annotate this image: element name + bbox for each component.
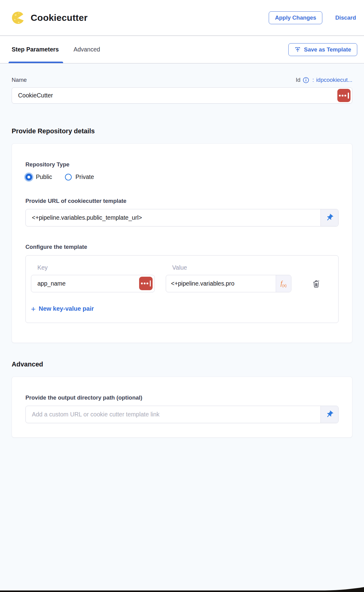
configure-template-label: Configure the template [25, 244, 339, 250]
radio-private-control[interactable] [65, 174, 72, 180]
pushpin-icon [324, 408, 335, 420]
template-url-input-group [25, 209, 339, 226]
repository-card: Repository Type Public Private Provide U… [12, 143, 352, 343]
cookiecutter-logo-icon [12, 10, 26, 25]
apply-changes-button[interactable]: Apply Changes [269, 11, 322, 24]
radio-public-label: Public [36, 173, 52, 180]
expression-fx-icon: f(x) [281, 280, 287, 288]
bottom-drawer-edge [0, 587, 364, 592]
step-title: Cookiecutter [31, 13, 88, 23]
tab-step-parameters-label: Step Parameters [12, 46, 59, 53]
id-separator: : [313, 77, 314, 83]
key-fixed-value-type-button[interactable] [139, 277, 153, 290]
name-input-shell [12, 87, 352, 104]
value-input[interactable] [166, 275, 276, 292]
dots-bar-icon [339, 95, 341, 97]
dots-bar-icon [141, 283, 143, 284]
title-wrap: Cookiecutter [12, 10, 88, 25]
pin-segment[interactable] [320, 209, 338, 226]
name-input[interactable] [12, 88, 352, 103]
advanced-card: Provide the output directory path (optio… [12, 377, 352, 438]
cookiecutter-step-panel: Cookiecutter Apply Changes Discard Step … [0, 0, 364, 592]
radio-public-control[interactable] [25, 174, 32, 180]
expression-segment[interactable]: f(x) [276, 275, 291, 292]
save-as-template-label: Save as Template [304, 46, 351, 53]
key-column-header: Key [31, 264, 155, 271]
key-value-card: Key Value [25, 255, 339, 323]
output-directory-input[interactable] [26, 406, 320, 423]
panel-header: Cookiecutter Apply Changes Discard [0, 0, 364, 36]
tab-bar: Step Parameters Advanced Save as Templat… [0, 36, 364, 63]
repository-section-heading: Provide Repository details [12, 127, 352, 135]
step-parameters-form: Name Id : idpcookiecut... [0, 63, 364, 438]
repository-type-label: Repository Type [25, 161, 339, 168]
tab-advanced-label: Advanced [74, 46, 100, 53]
add-key-value-button[interactable]: + New key-value pair [31, 305, 94, 312]
step-id: Id : idpcookiecut... [296, 77, 352, 83]
template-url-label: Provide URL of cookiecutter template [25, 198, 339, 204]
fixed-value-type-button[interactable] [337, 89, 351, 102]
save-as-template-button[interactable]: Save as Template [288, 43, 357, 56]
value-input-group: f(x) [166, 275, 291, 292]
name-row: Name Id : idpcookiecut... [12, 63, 352, 83]
template-url-input[interactable] [26, 209, 320, 226]
step-id-value[interactable]: idpcookiecut... [316, 77, 352, 83]
id-label: Id [296, 77, 300, 83]
pin-segment[interactable] [320, 406, 338, 423]
radio-private[interactable]: Private [65, 173, 94, 180]
discard-button[interactable]: Discard [335, 14, 356, 21]
plus-icon: + [31, 306, 36, 312]
advanced-section-heading: Advanced [12, 361, 352, 368]
key-input-shell [31, 275, 155, 292]
output-directory-input-group [25, 406, 339, 423]
value-column-header: Value [166, 264, 291, 271]
key-value-headers: Key Value [31, 264, 333, 271]
tab-step-parameters[interactable]: Step Parameters [12, 36, 59, 63]
key-value-row: f(x) [31, 275, 333, 292]
name-label: Name [12, 77, 27, 83]
pushpin-icon [324, 212, 335, 223]
delete-row-button[interactable] [311, 279, 321, 289]
radio-public[interactable]: Public [25, 173, 52, 180]
info-icon[interactable] [303, 77, 309, 83]
output-directory-label: Provide the output directory path (optio… [25, 394, 339, 401]
trash-icon [312, 279, 321, 288]
key-input[interactable] [31, 275, 154, 292]
add-key-value-label: New key-value pair [39, 305, 94, 312]
repository-type-radio-group: Public Private [25, 173, 339, 180]
radio-private-label: Private [75, 173, 94, 180]
tab-advanced[interactable]: Advanced [74, 36, 100, 63]
upload-icon [294, 46, 301, 53]
